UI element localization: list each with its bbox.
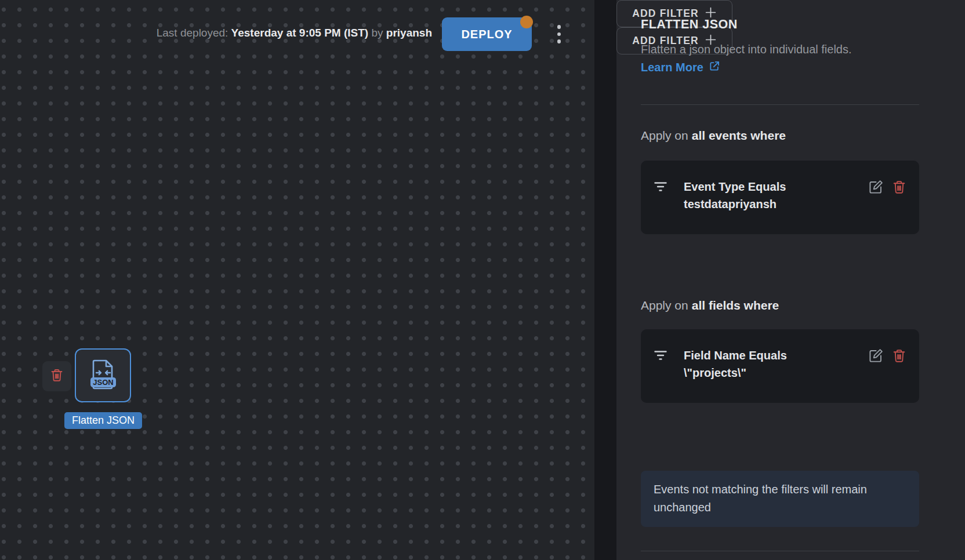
delete-filter-button[interactable] xyxy=(892,348,906,363)
flatten-json-node[interactable]: JSON xyxy=(75,348,131,402)
divider xyxy=(641,104,919,105)
delete-node-button[interactable] xyxy=(42,361,71,391)
last-deployed-label: Last deployed: xyxy=(157,27,228,39)
events-section-header: Apply onall events where xyxy=(641,129,919,143)
deploy-author: priyansh xyxy=(386,27,432,39)
canvas-panel-divider xyxy=(594,0,616,560)
apply-on-label: Apply on xyxy=(641,299,688,312)
field-filter-card: Field Name Equals \"projects\" xyxy=(641,329,919,403)
by-label: by xyxy=(371,27,383,39)
filter-text: Event Type Equals testdatapriyansh xyxy=(684,178,846,213)
node-label: Flatten JSON xyxy=(64,412,142,429)
fields-section-header: Apply onall fields where xyxy=(641,299,919,312)
panel-title: FLATTEN JSON xyxy=(641,17,919,32)
edit-icon xyxy=(868,357,884,365)
divider xyxy=(641,551,919,551)
learn-more-link[interactable]: Learn More xyxy=(641,60,757,75)
filter-icon xyxy=(654,180,667,196)
trash-icon xyxy=(50,368,64,384)
apply-on-emphasis: all events where xyxy=(692,129,786,142)
filter-icon xyxy=(654,348,667,365)
edit-filter-button[interactable] xyxy=(868,348,884,363)
event-filter-card: Event Type Equals testdatapriyansh xyxy=(641,161,919,234)
apply-on-label: Apply on xyxy=(641,129,688,142)
flow-canvas[interactable]: Last deployed: Yesterday at 9:05 PM (IST… xyxy=(0,0,594,560)
learn-more-label: Learn More xyxy=(641,61,703,74)
node-icon-badge-text: JSON xyxy=(93,378,113,387)
last-deployed-meta: Last deployed: Yesterday at 9:05 PM (IST… xyxy=(0,27,432,39)
trash-icon xyxy=(892,187,906,196)
last-deployed-value: Yesterday at 9:05 PM (IST) xyxy=(231,27,369,39)
edit-filter-button[interactable] xyxy=(868,179,884,195)
delete-filter-button[interactable] xyxy=(892,179,906,195)
apply-on-emphasis: all fields where xyxy=(692,299,779,312)
json-transform-icon: JSON xyxy=(88,358,119,394)
deploy-button[interactable]: DEPLOY xyxy=(442,17,532,51)
filter-text: Field Name Equals \"projects\" xyxy=(684,347,846,381)
settings-panel: FLATTEN JSON Flatten a json object into … xyxy=(616,0,965,560)
app-screen: Last deployed: Yesterday at 9:05 PM (IST… xyxy=(0,0,965,560)
edit-icon xyxy=(868,188,884,197)
filters-note: Events not matching the filters will rem… xyxy=(641,471,919,527)
trash-icon xyxy=(892,356,906,365)
panel-description: Flatten a json object into individual fi… xyxy=(641,43,919,56)
external-link-icon xyxy=(709,60,720,75)
deploy-button-label: DEPLOY xyxy=(461,28,512,41)
more-options-kebab-icon[interactable] xyxy=(552,21,567,48)
pending-changes-badge xyxy=(520,16,533,28)
